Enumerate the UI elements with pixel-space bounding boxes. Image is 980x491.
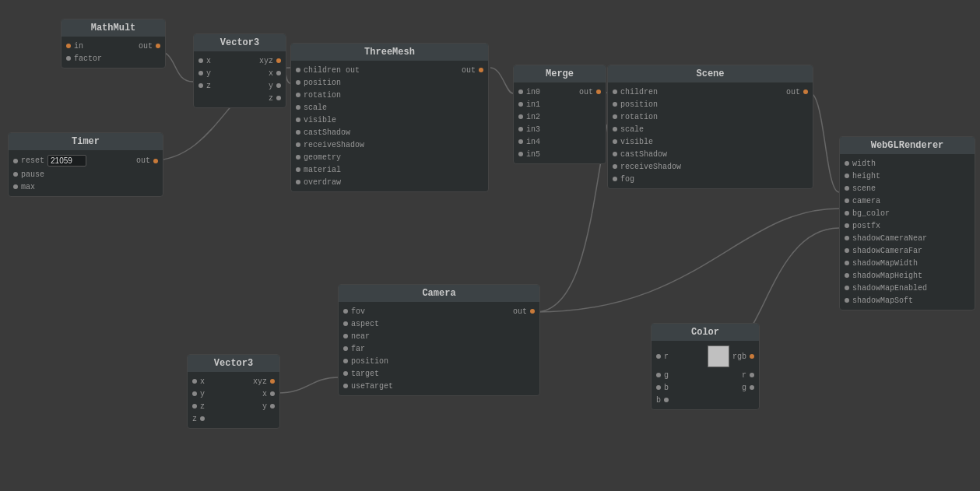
merge-title: Merge [514, 65, 606, 82]
wgl-width-label: width [852, 160, 876, 168]
mathmult-factor-label: factor [74, 54, 102, 63]
wgl-shadowmapwidth-label: shadowMapWidth [852, 259, 918, 268]
color-swatch [708, 345, 729, 367]
v3t-y-dot [198, 71, 203, 75]
wgl-width-dot [845, 161, 849, 166]
scene-position-dot [613, 102, 617, 107]
scene-visible-dot [613, 139, 617, 144]
v3t-z-label: z [206, 82, 211, 90]
v3b-y-out-dot [270, 404, 275, 409]
color-node: Color r rgb g r b g b [651, 323, 760, 410]
tm-rotation-label: rotation [304, 91, 341, 100]
wgl-camera-dot [845, 198, 849, 203]
color-b-out-label: b [656, 396, 661, 405]
tm-out-dot [479, 68, 483, 72]
tm-scale-dot [296, 105, 300, 110]
wgl-height-label: height [852, 172, 880, 181]
tm-receiveshadow-dot [296, 142, 300, 147]
scene-receiveshadow-label: receiveShadow [620, 163, 681, 171]
v3t-x-dot [198, 58, 203, 63]
merge-in0-row: in0 out [514, 86, 606, 98]
color-title: Color [652, 324, 759, 341]
cam-aspect-dot [343, 321, 348, 326]
timer-reset-label: reset [21, 156, 44, 165]
v3t-z-dot [198, 83, 203, 88]
cam-aspect-label: aspect [351, 320, 379, 328]
wgl-shadowmapwidth-dot [845, 261, 849, 265]
v3t-x-out-dot [276, 71, 281, 75]
mathmult-title: MathMult [61, 19, 165, 37]
wgl-scene-label: scene [852, 184, 876, 193]
tm-castshadow-label: castShadow [304, 128, 350, 137]
tm-children-dot [296, 68, 300, 72]
wgl-postfx-label: postfx [852, 222, 880, 230]
scene-children-label: children [620, 88, 658, 96]
scene-out-dot [803, 89, 808, 94]
threemesh-title: ThreeMesh [291, 44, 488, 61]
tm-children-row: children out out [291, 64, 488, 76]
node-canvas[interactable]: MathMult in out factor Vector3 [0, 0, 980, 491]
cam-fov-label: fov [351, 307, 365, 316]
wgl-bgcolor-dot [845, 211, 849, 216]
v3b-z-row: z y [188, 400, 279, 412]
merge-in3-label: in3 [526, 125, 540, 134]
v3t-y-label: y [206, 69, 211, 78]
merge-out-dot [596, 89, 601, 94]
timer-max-dot [13, 184, 18, 189]
cam-target-dot [343, 371, 348, 376]
timer-out-dot [153, 159, 158, 163]
tm-children-label: children out [304, 66, 360, 75]
cam-fov-row: fov out [339, 305, 539, 317]
wgl-shadowmapheight-label: shadowMapHeight [852, 272, 922, 280]
mathmult-in-dot [66, 44, 71, 48]
merge-in2-dot [518, 114, 523, 119]
tm-overdraw-label: overdraw [304, 178, 341, 187]
wgl-shadowcameranear-label: shadowCameraNear [852, 234, 927, 243]
scene-visible-label: visible [620, 138, 653, 146]
v3b-xyz-dot [270, 379, 275, 384]
scene-node: Scene children out position rotation sca… [607, 65, 813, 189]
merge-in1-label: in1 [526, 100, 540, 109]
wgl-bgcolor-label: bg_color [852, 209, 890, 218]
v3t-z-out-label: z [269, 94, 273, 103]
v3t-z-out-row: z [194, 92, 286, 104]
tm-geometry-dot [296, 155, 300, 160]
merge-in1-dot [518, 102, 523, 107]
wgl-shadowmapsoft-label: shadowMapSoft [852, 296, 913, 305]
scene-title: Scene [608, 65, 813, 82]
timer-reset-input[interactable] [47, 155, 86, 167]
v3b-x-row: x xyz [188, 375, 279, 388]
scene-fog-label: fog [620, 175, 634, 184]
color-r-row: r rgb [652, 344, 759, 369]
connections-layer [0, 0, 980, 491]
v3b-y-out-label: y [262, 402, 267, 411]
cam-target-label: target [351, 370, 379, 378]
color-b-dot [656, 385, 661, 390]
mathmult-out-dot [156, 44, 160, 48]
v3t-y-row: y x [194, 67, 286, 79]
v3b-x-out-dot [270, 391, 275, 396]
wgl-postfx-dot [845, 223, 849, 228]
cam-out-label: out [513, 307, 527, 316]
vector3-bottom-title: Vector3 [188, 355, 279, 372]
scene-position-label: position [620, 100, 658, 109]
mathmult-node: MathMult in out factor [61, 19, 166, 68]
merge-in0-label: in0 [526, 88, 540, 96]
v3t-xyz-label: xyz [259, 57, 273, 65]
wgl-shadowmapenabled-dot [845, 286, 849, 290]
v3b-z-out-label: z [192, 415, 197, 423]
mathmult-factor-dot [66, 56, 71, 61]
webglrenderer-title: WebGLRenderer [840, 137, 975, 154]
color-b-out-row: b [652, 394, 759, 406]
camera-title: Camera [339, 285, 539, 302]
color-r-dot [656, 354, 661, 359]
scene-out-label: out [786, 88, 800, 96]
timer-out-label: out [136, 156, 150, 165]
tm-visible-label: visible [304, 116, 336, 125]
cam-near-label: near [351, 332, 370, 341]
merge-in0-dot [518, 89, 523, 94]
merge-node: Merge in0 out in1 in2 in3 in4 in5 [513, 65, 606, 164]
cam-usetarget-label: useTarget [351, 382, 393, 391]
color-rgb-label: rgb [732, 352, 746, 361]
v3b-y-label: y [200, 390, 205, 398]
